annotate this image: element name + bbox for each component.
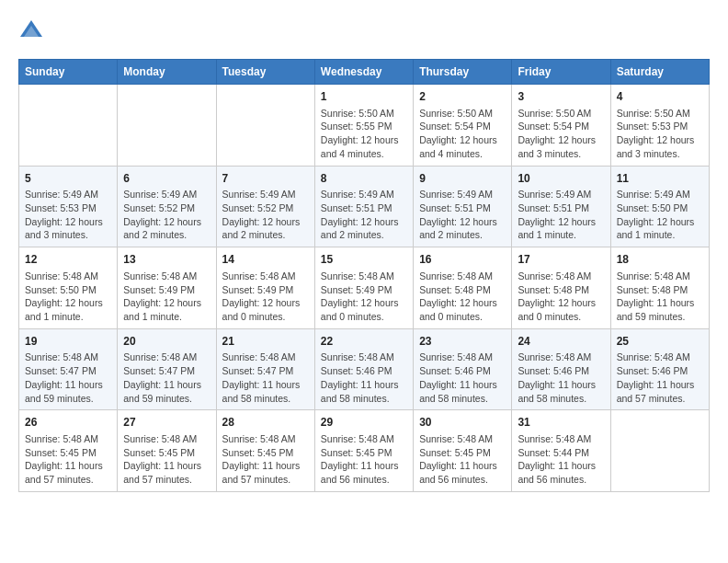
sunset-text: Sunset: 5:50 PM <box>617 202 688 213</box>
sunset-text: Sunset: 5:53 PM <box>25 202 97 213</box>
day-number: 23 <box>419 334 506 350</box>
sunrise-text: Sunrise: 5:48 AM <box>321 270 394 282</box>
sunset-text: Sunset: 5:51 PM <box>518 202 589 213</box>
calendar-table: SundayMondayTuesdayWednesdayThursdayFrid… <box>18 59 710 492</box>
calendar-cell: 6Sunrise: 5:49 AMSunset: 5:52 PMDaylight… <box>118 166 216 247</box>
sunrise-text: Sunrise: 5:49 AM <box>617 189 690 200</box>
sunset-text: Sunset: 5:54 PM <box>518 121 589 132</box>
sunset-text: Sunset: 5:46 PM <box>321 365 392 376</box>
header-sunday: Sunday <box>19 60 118 85</box>
sunset-text: Sunset: 5:45 PM <box>222 447 294 458</box>
daylight-text: Daylight: 12 hours and 3 minutes. <box>617 134 695 159</box>
daylight-text: Daylight: 11 hours and 56 minutes. <box>518 460 596 485</box>
header-saturday: Saturday <box>610 60 709 85</box>
calendar-week-2: 5Sunrise: 5:49 AMSunset: 5:53 PMDaylight… <box>19 166 710 247</box>
calendar-cell: 28Sunrise: 5:48 AMSunset: 5:45 PMDayligh… <box>216 410 314 492</box>
day-number: 29 <box>321 415 407 431</box>
sunset-text: Sunset: 5:47 PM <box>25 365 97 376</box>
calendar-cell: 9Sunrise: 5:49 AMSunset: 5:51 PMDaylight… <box>414 166 512 247</box>
day-number: 18 <box>617 252 703 268</box>
daylight-text: Daylight: 11 hours and 59 minutes. <box>25 379 103 404</box>
sunset-text: Sunset: 5:53 PM <box>617 121 688 132</box>
sunrise-text: Sunrise: 5:48 AM <box>518 433 591 444</box>
calendar-cell: 21Sunrise: 5:48 AMSunset: 5:47 PMDayligh… <box>216 328 314 410</box>
calendar-cell: 2Sunrise: 5:50 AMSunset: 5:54 PMDaylight… <box>414 85 512 167</box>
calendar-header: SundayMondayTuesdayWednesdayThursdayFrid… <box>19 60 710 85</box>
calendar-cell: 27Sunrise: 5:48 AMSunset: 5:45 PMDayligh… <box>118 410 216 492</box>
sunrise-text: Sunrise: 5:48 AM <box>123 270 197 282</box>
day-number: 10 <box>518 171 604 187</box>
daylight-text: Daylight: 12 hours and 4 minutes. <box>321 134 399 159</box>
sunset-text: Sunset: 5:55 PM <box>321 121 392 132</box>
calendar-cell: 11Sunrise: 5:49 AMSunset: 5:50 PMDayligh… <box>610 166 709 247</box>
sunrise-text: Sunrise: 5:50 AM <box>518 108 591 119</box>
calendar-cell <box>118 85 216 167</box>
day-number: 11 <box>617 171 703 187</box>
day-number: 12 <box>25 252 111 268</box>
day-number: 22 <box>321 334 407 350</box>
logo <box>18 18 48 44</box>
calendar-cell: 13Sunrise: 5:48 AMSunset: 5:49 PMDayligh… <box>118 247 216 329</box>
sunset-text: Sunset: 5:46 PM <box>419 365 491 376</box>
daylight-text: Daylight: 12 hours and 1 minute. <box>25 297 103 322</box>
header-tuesday: Tuesday <box>216 60 314 85</box>
sunrise-text: Sunrise: 5:48 AM <box>222 351 296 362</box>
calendar-cell: 4Sunrise: 5:50 AMSunset: 5:53 PMDaylight… <box>610 85 709 167</box>
sunset-text: Sunset: 5:51 PM <box>419 202 491 213</box>
calendar-cell: 14Sunrise: 5:48 AMSunset: 5:49 PMDayligh… <box>216 247 314 329</box>
sunset-text: Sunset: 5:51 PM <box>321 202 392 213</box>
calendar-cell: 17Sunrise: 5:48 AMSunset: 5:48 PMDayligh… <box>512 247 610 329</box>
sunset-text: Sunset: 5:54 PM <box>419 121 491 132</box>
sunrise-text: Sunrise: 5:48 AM <box>123 433 197 444</box>
sunrise-text: Sunrise: 5:49 AM <box>222 189 296 200</box>
calendar-week-4: 19Sunrise: 5:48 AMSunset: 5:47 PMDayligh… <box>19 328 710 410</box>
header-monday: Monday <box>118 60 216 85</box>
sunset-text: Sunset: 5:50 PM <box>25 284 97 295</box>
day-number: 14 <box>222 252 309 268</box>
day-number: 17 <box>518 252 604 268</box>
sunrise-text: Sunrise: 5:49 AM <box>123 189 197 200</box>
day-number: 26 <box>25 415 111 431</box>
daylight-text: Daylight: 12 hours and 2 minutes. <box>123 216 201 241</box>
daylight-text: Daylight: 12 hours and 1 minute. <box>518 216 596 241</box>
sunset-text: Sunset: 5:45 PM <box>321 447 392 458</box>
day-number: 6 <box>123 171 210 187</box>
day-number: 16 <box>419 252 506 268</box>
daylight-text: Daylight: 12 hours and 2 minutes. <box>321 216 399 241</box>
day-number: 21 <box>222 334 309 350</box>
logo-icon <box>18 18 44 44</box>
daylight-text: Daylight: 11 hours and 57 minutes. <box>123 460 201 485</box>
calendar-cell: 16Sunrise: 5:48 AMSunset: 5:48 PMDayligh… <box>414 247 512 329</box>
calendar-cell: 22Sunrise: 5:48 AMSunset: 5:46 PMDayligh… <box>314 328 413 410</box>
calendar-cell: 10Sunrise: 5:49 AMSunset: 5:51 PMDayligh… <box>512 166 610 247</box>
calendar-cell: 19Sunrise: 5:48 AMSunset: 5:47 PMDayligh… <box>19 328 118 410</box>
daylight-text: Daylight: 12 hours and 1 minute. <box>123 297 201 322</box>
calendar-cell <box>19 85 118 167</box>
daylight-text: Daylight: 12 hours and 1 minute. <box>617 216 695 241</box>
sunset-text: Sunset: 5:52 PM <box>123 202 195 213</box>
calendar-week-1: 1Sunrise: 5:50 AMSunset: 5:55 PMDaylight… <box>19 85 710 167</box>
sunrise-text: Sunrise: 5:49 AM <box>518 189 591 200</box>
day-number: 13 <box>123 252 210 268</box>
day-number: 9 <box>419 171 506 187</box>
day-number: 31 <box>518 415 604 431</box>
daylight-text: Daylight: 11 hours and 57 minutes. <box>617 379 695 404</box>
sunrise-text: Sunrise: 5:48 AM <box>518 270 591 282</box>
header-thursday: Thursday <box>414 60 512 85</box>
daylight-text: Daylight: 11 hours and 58 minutes. <box>222 379 301 404</box>
sunset-text: Sunset: 5:44 PM <box>518 447 589 458</box>
sunset-text: Sunset: 5:49 PM <box>321 284 392 295</box>
calendar-week-5: 26Sunrise: 5:48 AMSunset: 5:45 PMDayligh… <box>19 410 710 492</box>
calendar-cell: 3Sunrise: 5:50 AMSunset: 5:54 PMDaylight… <box>512 85 610 167</box>
sunrise-text: Sunrise: 5:48 AM <box>419 433 493 444</box>
sunrise-text: Sunrise: 5:49 AM <box>25 189 98 200</box>
calendar-cell: 20Sunrise: 5:48 AMSunset: 5:47 PMDayligh… <box>118 328 216 410</box>
sunrise-text: Sunrise: 5:50 AM <box>321 108 394 119</box>
sunrise-text: Sunrise: 5:48 AM <box>617 270 690 282</box>
day-number: 8 <box>321 171 407 187</box>
sunset-text: Sunset: 5:52 PM <box>222 202 294 213</box>
sunset-text: Sunset: 5:45 PM <box>419 447 491 458</box>
day-number: 1 <box>321 89 407 105</box>
calendar-cell: 5Sunrise: 5:49 AMSunset: 5:53 PMDaylight… <box>19 166 118 247</box>
sunrise-text: Sunrise: 5:48 AM <box>25 270 98 282</box>
